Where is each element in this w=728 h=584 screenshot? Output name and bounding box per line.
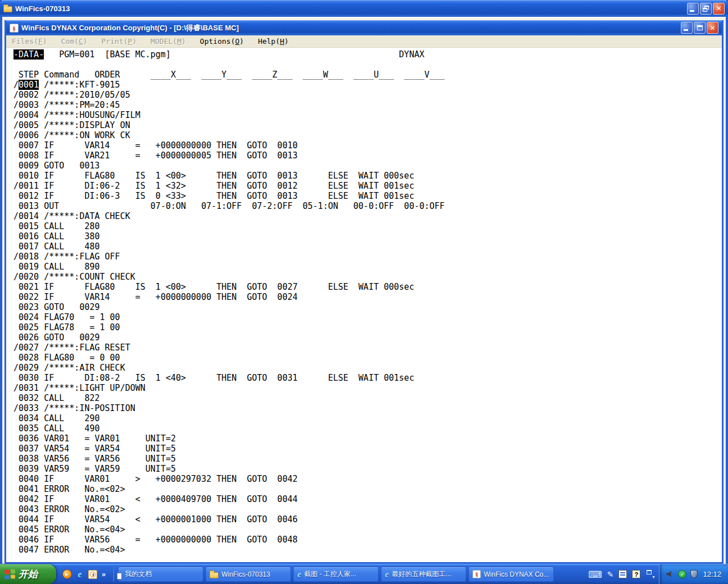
- close-button[interactable]: ✕: [713, 3, 725, 15]
- program-line[interactable]: 0025 FLAG78 = 1 00: [13, 322, 722, 332]
- program-line[interactable]: /0005 /*****:DISPLAY ON: [13, 120, 722, 130]
- program-line[interactable]: /0002 /*****:2010/05/05: [13, 90, 722, 100]
- program-line[interactable]: 0037 VAR54 = VAR54 UNIT=5: [13, 444, 722, 454]
- program-line[interactable]: 0046 IF VAR56 = +0000000000 THEN GOTO 00…: [13, 535, 722, 545]
- program-line[interactable]: 0036 VAR01 = VAR01 UNIT=2: [13, 434, 722, 444]
- app-minimize-button[interactable]: [681, 22, 693, 34]
- outer-window-controls: ✕: [687, 3, 725, 15]
- program-line[interactable]: 0010 IF FLAG80 IS 1 <00> THEN GOTO 0013 …: [13, 171, 722, 181]
- program-line[interactable]: /0003 /*****:PM=20:45: [13, 100, 722, 110]
- program-view: -DATA-PGM=001[BASE MC.pgm]DYNAX STEP Com…: [6, 48, 722, 562]
- program-line[interactable]: 0038 VAR56 = VAR56 UNIT=5: [13, 454, 722, 464]
- menu-item-com[interactable]: Com(C): [61, 36, 94, 47]
- program-line[interactable]: /0031 /*****:LIGHT UP/DOWN: [13, 383, 722, 393]
- minimize-button[interactable]: [687, 3, 699, 15]
- app-window-title: WinFics DYNAX Corporation Copyright(C) -…: [21, 23, 678, 33]
- writing-pad-icon[interactable]: [618, 570, 627, 578]
- program-line[interactable]: 0032 CALL 822: [13, 393, 722, 403]
- menu-item-model[interactable]: MODEL(M): [151, 36, 192, 47]
- taskbar-task-ie-page-2[interactable]: e最好的五种截图工...: [381, 567, 466, 582]
- menu-item-options[interactable]: Options(O): [200, 36, 250, 47]
- media-player-icon[interactable]: ▶: [62, 569, 72, 580]
- program-line[interactable]: 0012 IF DI:06-3 IS 0 <33> THEN GOTO 0013…: [13, 191, 722, 201]
- menu-item-files[interactable]: Files(F): [12, 36, 53, 47]
- program-line[interactable]: 0008 IF VAR21 = +0000000005 THEN GOTO 00…: [13, 150, 722, 161]
- program-line[interactable]: /0018 /*****:FLAG OFF: [13, 252, 722, 262]
- restore-button[interactable]: [700, 3, 712, 15]
- menu-item-help[interactable]: Help(H): [258, 36, 295, 47]
- program-line[interactable]: /0029 /*****:AIR CHECK: [13, 363, 722, 373]
- program-line[interactable]: 0016 CALL 380: [13, 231, 722, 241]
- menu-item-print[interactable]: Print(P): [102, 36, 143, 47]
- volume-icon[interactable]: [666, 571, 674, 578]
- program-line[interactable]: 0041 ERROR No.=<02>: [13, 484, 722, 494]
- task-label: 我的文档: [125, 569, 152, 579]
- app-maximize-button[interactable]: [694, 22, 706, 34]
- windows-flag-icon: [4, 569, 15, 580]
- program-line[interactable]: 0007 IF VAR14 = +0000000000 THEN GOTO 00…: [13, 140, 722, 150]
- program-line[interactable]: 0009 GOTO 0013: [13, 161, 722, 171]
- taskbar-task-winfics-app[interactable]: §WinFics DYNAX Co...: [468, 567, 554, 582]
- program-line[interactable]: 0023 GOTO 0029: [13, 302, 722, 312]
- brand-label: DYNAX: [399, 49, 424, 60]
- program-line[interactable]: 0015 CALL 280: [13, 221, 722, 231]
- winfics-app-icon: §: [10, 24, 19, 33]
- security-check-icon[interactable]: ✓: [678, 570, 686, 578]
- program-line[interactable]: 0013 OUT 07-0:ON 07-1:OFF 07-2:OFF 05-1:…: [13, 201, 722, 211]
- program-line[interactable]: 0021 IF FLAG80 IS 1 <00> THEN GOTO 0027 …: [13, 282, 722, 292]
- language-help-icon[interactable]: ?: [632, 570, 640, 578]
- ie-icon: e: [385, 569, 389, 580]
- program-line[interactable]: 0022 IF VAR14 = +0000000000 THEN GOTO 00…: [13, 292, 722, 302]
- program-line[interactable]: 0030 IF DI:08-2 IS 1 <40> THEN GOTO 0031…: [13, 373, 722, 383]
- program-line[interactable]: /0006 /*****:ON WORK CK: [13, 130, 722, 140]
- program-line[interactable]: 0034 CALL 290: [13, 413, 722, 423]
- task-label: 最好的五种截图工...: [392, 569, 451, 579]
- program-file-name: [BASE MC.pgm]: [105, 49, 171, 60]
- program-line[interactable]: /0011 IF DI:06-2 IS 1 <32> THEN GOTO 001…: [13, 181, 722, 191]
- language-bar-options-icon[interactable]: ▾: [645, 570, 653, 579]
- program-line[interactable]: 0044 IF VAR54 < +0000001000 THEN GOTO 00…: [13, 514, 722, 524]
- program-line[interactable]: 0042 IF VAR01 < +0000409700 THEN GOTO 00…: [13, 494, 722, 504]
- taskbar-task-winfics-folder[interactable]: WinFics-070313: [206, 567, 291, 582]
- folder-icon: [210, 572, 219, 578]
- taskbar-task-ie-page-1[interactable]: e截图 - 工控人家...: [293, 567, 379, 582]
- program-line[interactable]: /0020 /*****:COUNT CHECK: [13, 272, 722, 282]
- program-line[interactable]: 0045 ERROR No.=<04>: [13, 524, 722, 535]
- program-listing: /0001 /*****:KFT-9015/0002 /*****:2010/0…: [13, 80, 722, 555]
- folder-window: WinFics-070313 ✕ § WinFics DYNAX Corpora…: [0, 0, 728, 564]
- program-line[interactable]: /0014 /*****:DATA CHECK: [13, 211, 722, 221]
- pen-input-icon[interactable]: ✎: [607, 570, 614, 579]
- keyboard-icon[interactable]: ⌨: [588, 569, 602, 580]
- start-button[interactable]: 开始: [0, 564, 56, 584]
- quick-launch-overflow-chevron[interactable]: »: [101, 570, 107, 578]
- program-line[interactable]: 0040 IF VAR01 > +0000297032 THEN GOTO 00…: [13, 474, 722, 484]
- program-line[interactable]: 0024 FLAG70 = 1 00: [13, 312, 722, 322]
- start-button-label: 开始: [19, 568, 38, 581]
- app-window: § WinFics DYNAX Corporation Copyright(C)…: [4, 20, 724, 564]
- program-line[interactable]: 0026 GOTO 0029: [13, 332, 722, 343]
- internet-explorer-icon[interactable]: e: [75, 569, 85, 580]
- app-close-button[interactable]: ✕: [707, 22, 718, 34]
- scheduler-icon[interactable]: [88, 569, 98, 580]
- program-line[interactable]: 0039 VAR59 = VAR59 UNIT=5: [13, 464, 722, 474]
- taskbar-task-my-documents[interactable]: 我的文档: [118, 567, 203, 582]
- mode-indicator: -DATA-: [13, 49, 44, 60]
- program-line[interactable]: /0027 /*****:FLAG RESET: [13, 343, 722, 353]
- ie-icon: e: [297, 569, 301, 580]
- task-label: 截图 - 工控人家...: [304, 569, 356, 579]
- program-line[interactable]: /0004 /*****:HOUSUNG/FILM: [13, 110, 722, 120]
- shield-icon[interactable]: [690, 570, 698, 578]
- program-line[interactable]: /0033 /*****:IN-POSITION: [13, 403, 722, 413]
- quick-launch-bar: ▶ e »: [56, 564, 111, 584]
- winfics-icon: §: [472, 570, 481, 578]
- status-line: -DATA-PGM=001[BASE MC.pgm]DYNAX: [13, 49, 722, 60]
- blank-line: [13, 60, 722, 70]
- program-line[interactable]: 0017 CALL 480: [13, 241, 722, 252]
- taskbar-divider: [113, 567, 114, 582]
- program-line[interactable]: 0043 ERROR No.=<02>: [13, 504, 722, 514]
- program-line[interactable]: 0019 CALL 890: [13, 262, 722, 272]
- program-line[interactable]: 0028 FLAG80 = 0 00: [13, 353, 722, 363]
- program-line[interactable]: /0001 /*****:KFT-9015: [13, 80, 722, 90]
- program-line[interactable]: 0035 CALL 490: [13, 423, 722, 434]
- program-line[interactable]: 0047 ERROR No.=<04>: [13, 545, 722, 555]
